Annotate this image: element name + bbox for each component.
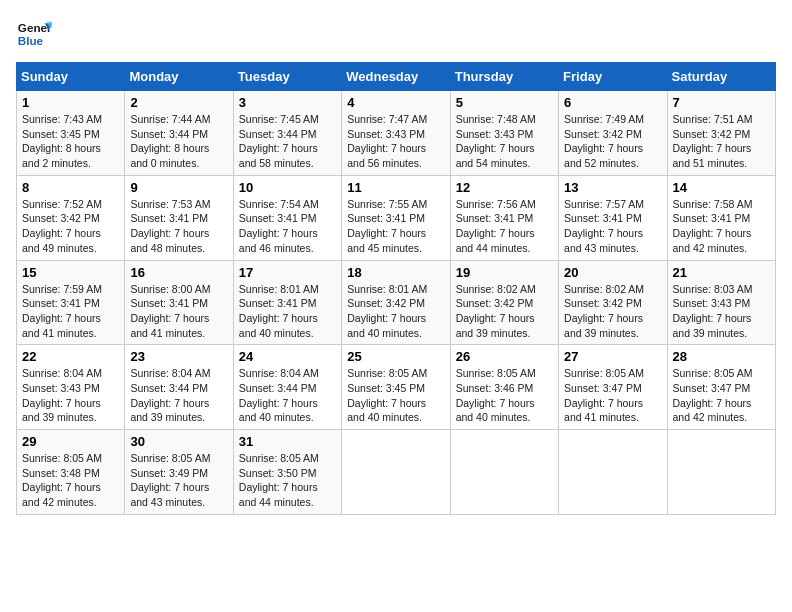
calendar-cell: 18 Sunrise: 8:01 AM Sunset: 3:42 PM Dayl… [342,260,450,345]
day-info: Sunrise: 8:05 AM Sunset: 3:46 PM Dayligh… [456,367,536,423]
calendar-cell: 8 Sunrise: 7:52 AM Sunset: 3:42 PM Dayli… [17,175,125,260]
calendar-week-row: 1 Sunrise: 7:43 AM Sunset: 3:45 PM Dayli… [17,91,776,176]
calendar-cell: 25 Sunrise: 8:05 AM Sunset: 3:45 PM Dayl… [342,345,450,430]
day-number: 16 [130,265,227,280]
day-info: Sunrise: 7:51 AM Sunset: 3:42 PM Dayligh… [673,113,753,169]
day-number: 3 [239,95,336,110]
day-number: 11 [347,180,444,195]
calendar-cell [667,430,775,515]
calendar-cell [559,430,667,515]
day-number: 19 [456,265,553,280]
day-number: 29 [22,434,119,449]
day-info: Sunrise: 7:57 AM Sunset: 3:41 PM Dayligh… [564,198,644,254]
day-info: Sunrise: 7:47 AM Sunset: 3:43 PM Dayligh… [347,113,427,169]
calendar-cell: 9 Sunrise: 7:53 AM Sunset: 3:41 PM Dayli… [125,175,233,260]
calendar-cell: 14 Sunrise: 7:58 AM Sunset: 3:41 PM Dayl… [667,175,775,260]
day-info: Sunrise: 7:44 AM Sunset: 3:44 PM Dayligh… [130,113,210,169]
calendar-cell: 6 Sunrise: 7:49 AM Sunset: 3:42 PM Dayli… [559,91,667,176]
day-info: Sunrise: 7:54 AM Sunset: 3:41 PM Dayligh… [239,198,319,254]
calendar-cell: 11 Sunrise: 7:55 AM Sunset: 3:41 PM Dayl… [342,175,450,260]
calendar-cell: 27 Sunrise: 8:05 AM Sunset: 3:47 PM Dayl… [559,345,667,430]
day-header-monday: Monday [125,63,233,91]
day-number: 1 [22,95,119,110]
calendar-cell: 29 Sunrise: 8:05 AM Sunset: 3:48 PM Dayl… [17,430,125,515]
day-header-friday: Friday [559,63,667,91]
calendar-cell: 22 Sunrise: 8:04 AM Sunset: 3:43 PM Dayl… [17,345,125,430]
calendar-cell: 2 Sunrise: 7:44 AM Sunset: 3:44 PM Dayli… [125,91,233,176]
day-number: 24 [239,349,336,364]
day-info: Sunrise: 8:01 AM Sunset: 3:41 PM Dayligh… [239,283,319,339]
day-info: Sunrise: 8:02 AM Sunset: 3:42 PM Dayligh… [564,283,644,339]
calendar-cell: 4 Sunrise: 7:47 AM Sunset: 3:43 PM Dayli… [342,91,450,176]
day-info: Sunrise: 8:05 AM Sunset: 3:47 PM Dayligh… [564,367,644,423]
calendar-cell: 21 Sunrise: 8:03 AM Sunset: 3:43 PM Dayl… [667,260,775,345]
calendar-cell: 16 Sunrise: 8:00 AM Sunset: 3:41 PM Dayl… [125,260,233,345]
day-number: 20 [564,265,661,280]
day-info: Sunrise: 8:01 AM Sunset: 3:42 PM Dayligh… [347,283,427,339]
calendar-cell: 12 Sunrise: 7:56 AM Sunset: 3:41 PM Dayl… [450,175,558,260]
calendar-table: SundayMondayTuesdayWednesdayThursdayFrid… [16,62,776,515]
day-number: 10 [239,180,336,195]
day-info: Sunrise: 7:52 AM Sunset: 3:42 PM Dayligh… [22,198,102,254]
calendar-week-row: 22 Sunrise: 8:04 AM Sunset: 3:43 PM Dayl… [17,345,776,430]
calendar-cell: 28 Sunrise: 8:05 AM Sunset: 3:47 PM Dayl… [667,345,775,430]
calendar-cell: 26 Sunrise: 8:05 AM Sunset: 3:46 PM Dayl… [450,345,558,430]
day-info: Sunrise: 8:05 AM Sunset: 3:50 PM Dayligh… [239,452,319,508]
day-number: 8 [22,180,119,195]
day-number: 21 [673,265,770,280]
day-info: Sunrise: 8:05 AM Sunset: 3:48 PM Dayligh… [22,452,102,508]
day-info: Sunrise: 7:45 AM Sunset: 3:44 PM Dayligh… [239,113,319,169]
day-number: 17 [239,265,336,280]
day-number: 7 [673,95,770,110]
day-info: Sunrise: 7:49 AM Sunset: 3:42 PM Dayligh… [564,113,644,169]
day-info: Sunrise: 8:04 AM Sunset: 3:43 PM Dayligh… [22,367,102,423]
day-number: 27 [564,349,661,364]
calendar-cell: 23 Sunrise: 8:04 AM Sunset: 3:44 PM Dayl… [125,345,233,430]
day-header-thursday: Thursday [450,63,558,91]
day-info: Sunrise: 7:55 AM Sunset: 3:41 PM Dayligh… [347,198,427,254]
day-number: 2 [130,95,227,110]
day-info: Sunrise: 8:04 AM Sunset: 3:44 PM Dayligh… [239,367,319,423]
calendar-cell: 24 Sunrise: 8:04 AM Sunset: 3:44 PM Dayl… [233,345,341,430]
page-header: General Blue [16,16,776,52]
day-number: 13 [564,180,661,195]
calendar-cell: 30 Sunrise: 8:05 AM Sunset: 3:49 PM Dayl… [125,430,233,515]
day-number: 25 [347,349,444,364]
day-number: 6 [564,95,661,110]
day-number: 23 [130,349,227,364]
day-header-wednesday: Wednesday [342,63,450,91]
day-info: Sunrise: 7:43 AM Sunset: 3:45 PM Dayligh… [22,113,102,169]
calendar-week-row: 15 Sunrise: 7:59 AM Sunset: 3:41 PM Dayl… [17,260,776,345]
calendar-cell: 13 Sunrise: 7:57 AM Sunset: 3:41 PM Dayl… [559,175,667,260]
day-number: 4 [347,95,444,110]
svg-text:General: General [18,21,52,34]
logo: General Blue [16,16,56,52]
day-info: Sunrise: 8:05 AM Sunset: 3:47 PM Dayligh… [673,367,753,423]
svg-text:Blue: Blue [18,34,44,47]
day-number: 9 [130,180,227,195]
day-header-tuesday: Tuesday [233,63,341,91]
day-info: Sunrise: 7:56 AM Sunset: 3:41 PM Dayligh… [456,198,536,254]
day-info: Sunrise: 8:03 AM Sunset: 3:43 PM Dayligh… [673,283,753,339]
day-info: Sunrise: 7:58 AM Sunset: 3:41 PM Dayligh… [673,198,753,254]
day-info: Sunrise: 7:59 AM Sunset: 3:41 PM Dayligh… [22,283,102,339]
calendar-cell: 19 Sunrise: 8:02 AM Sunset: 3:42 PM Dayl… [450,260,558,345]
calendar-cell: 15 Sunrise: 7:59 AM Sunset: 3:41 PM Dayl… [17,260,125,345]
day-number: 22 [22,349,119,364]
calendar-cell: 31 Sunrise: 8:05 AM Sunset: 3:50 PM Dayl… [233,430,341,515]
calendar-cell: 5 Sunrise: 7:48 AM Sunset: 3:43 PM Dayli… [450,91,558,176]
day-info: Sunrise: 7:48 AM Sunset: 3:43 PM Dayligh… [456,113,536,169]
calendar-cell: 3 Sunrise: 7:45 AM Sunset: 3:44 PM Dayli… [233,91,341,176]
calendar-week-row: 29 Sunrise: 8:05 AM Sunset: 3:48 PM Dayl… [17,430,776,515]
calendar-cell [450,430,558,515]
day-info: Sunrise: 8:00 AM Sunset: 3:41 PM Dayligh… [130,283,210,339]
day-number: 12 [456,180,553,195]
calendar-week-row: 8 Sunrise: 7:52 AM Sunset: 3:42 PM Dayli… [17,175,776,260]
day-number: 31 [239,434,336,449]
day-header-saturday: Saturday [667,63,775,91]
calendar-cell [342,430,450,515]
calendar-cell: 20 Sunrise: 8:02 AM Sunset: 3:42 PM Dayl… [559,260,667,345]
day-number: 18 [347,265,444,280]
logo-icon: General Blue [16,16,52,52]
calendar-cell: 7 Sunrise: 7:51 AM Sunset: 3:42 PM Dayli… [667,91,775,176]
